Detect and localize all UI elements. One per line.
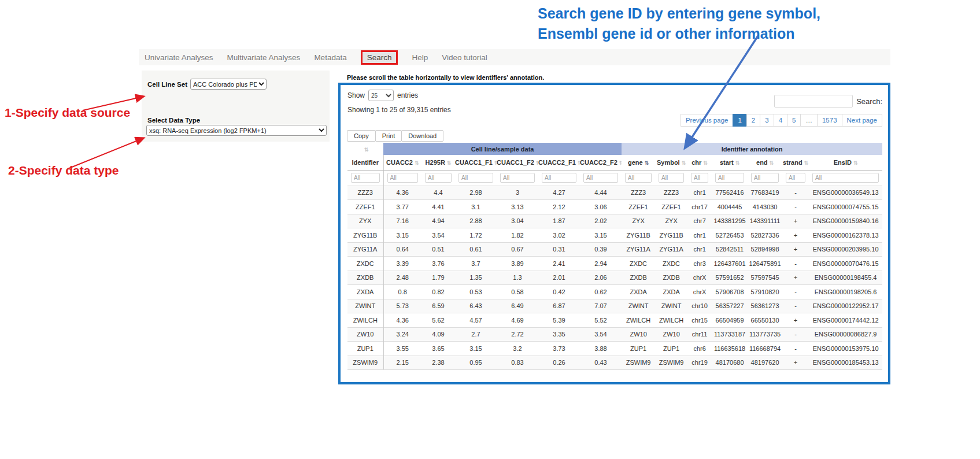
pagination: Previous page12345…1573Next page bbox=[681, 114, 882, 127]
column-header-cuacc2_f1[interactable]: CUACC2_F1⇅ bbox=[538, 155, 580, 170]
column-header-cuacc2_f2[interactable]: CUACC2_F2⇅ bbox=[580, 155, 622, 170]
search-label: Search: bbox=[856, 97, 882, 106]
search-input[interactable] bbox=[774, 95, 853, 108]
column-header-gene[interactable]: gene⇅ bbox=[622, 155, 655, 170]
page-button-1573[interactable]: 1573 bbox=[817, 114, 842, 127]
cell-end: 126475891 bbox=[748, 257, 782, 271]
column-header-cuacc1_f1[interactable]: CUACC1_F1⇅ bbox=[455, 155, 497, 170]
filter-input-chr[interactable] bbox=[691, 173, 708, 183]
filter-input-cuacc2_f2[interactable] bbox=[583, 173, 618, 183]
filter-input-end[interactable] bbox=[751, 173, 779, 183]
cell-identifier: ZWILCH bbox=[347, 313, 383, 328]
cell-cuacc1_f1: 3.1 bbox=[455, 200, 497, 214]
cell-line-set-select[interactable]: ACC Colorado plus PDX bbox=[190, 79, 267, 90]
nav-tab-multivariate-analyses[interactable]: Multivariate Analyses bbox=[227, 53, 301, 62]
filter-input-strand[interactable] bbox=[786, 173, 805, 183]
sort-icon: ⇅ bbox=[703, 160, 708, 166]
column-header-chr[interactable]: chr⇅ bbox=[687, 155, 712, 170]
print-button[interactable]: Print bbox=[375, 130, 402, 142]
filter-input-identifier[interactable] bbox=[351, 173, 380, 183]
cell-gene: ZSWIM9 bbox=[622, 356, 655, 370]
nav-tab-univariate-analyses[interactable]: Univariate Analyses bbox=[145, 53, 213, 62]
cell-cuacc1_f2: 6.49 bbox=[497, 299, 538, 313]
column-header-identifier[interactable]: Identifier bbox=[347, 155, 383, 170]
column-header-cuacc1_f2[interactable]: CUACC1_F2⇅ bbox=[497, 155, 538, 170]
cell-end: 143391111 bbox=[748, 214, 782, 228]
show-label: Show bbox=[347, 91, 365, 99]
filter-input-h295r[interactable] bbox=[425, 173, 452, 183]
page-button-4[interactable]: 4 bbox=[774, 114, 787, 127]
cell-symbol: ZUP1 bbox=[655, 342, 687, 356]
filter-input-cuacc1_f1[interactable] bbox=[458, 173, 493, 183]
nav-tab-video-tutorial[interactable]: Video tutorial bbox=[442, 53, 487, 62]
cell-chr: chr3 bbox=[687, 257, 712, 271]
data-type-label: Select Data Type bbox=[147, 117, 200, 124]
cell-cuacc1_f2: 1.3 bbox=[497, 271, 538, 285]
cell-cuacc2: 4.36 bbox=[383, 313, 421, 328]
table-row: ZUP13.553.653.153.23.733.88ZUP1ZUP1chr61… bbox=[347, 342, 882, 356]
nav-tab-help[interactable]: Help bbox=[412, 53, 428, 62]
sort-icon: ⇅ bbox=[364, 147, 369, 153]
download-button[interactable]: Download bbox=[401, 130, 443, 142]
cell-cuacc2_f2: 2.94 bbox=[580, 257, 622, 271]
cell-chr: chr1 bbox=[687, 228, 712, 243]
cell-cuacc2_f1: 6.87 bbox=[538, 299, 580, 313]
table-row: ZYG11A0.640.510.610.670.310.39ZYG11AZYG1… bbox=[347, 242, 882, 257]
cell-h295r: 4.09 bbox=[421, 327, 455, 342]
column-header-strand[interactable]: strand⇅ bbox=[782, 155, 809, 170]
table-body: ZZZ34.364.42.9834.274.44ZZZ3ZZZ3chr17756… bbox=[347, 186, 882, 370]
column-label: gene bbox=[628, 159, 643, 166]
cell-chr: chr15 bbox=[687, 313, 712, 328]
cell-symbol: ZXDA bbox=[655, 285, 687, 299]
column-header-start[interactable]: start⇅ bbox=[712, 155, 748, 170]
cell-ensid: ENSG00000070476.15 bbox=[809, 257, 882, 271]
column-label: Identifier bbox=[352, 159, 379, 166]
column-header-symbol[interactable]: Symbol⇅ bbox=[655, 155, 687, 170]
filter-input-gene[interactable] bbox=[625, 173, 652, 183]
column-header-cuacc2[interactable]: CUACC2⇅ bbox=[383, 155, 421, 170]
cell-identifier: ZYX bbox=[347, 214, 383, 228]
cell-ensid: ENSG00000153975.10 bbox=[809, 342, 882, 356]
cell-cuacc2_f1: 0.42 bbox=[538, 285, 580, 299]
cell-strand: + bbox=[782, 356, 809, 370]
cell-cuacc2_f1: 2.01 bbox=[538, 271, 580, 285]
page-button-2[interactable]: 2 bbox=[746, 114, 760, 127]
column-header-end[interactable]: end⇅ bbox=[748, 155, 782, 170]
nav-tab-metadata[interactable]: Metadata bbox=[314, 53, 346, 62]
column-header-h295r[interactable]: H295R⇅ bbox=[421, 155, 455, 170]
nav-tab-search[interactable]: Search bbox=[361, 50, 398, 65]
filter-input-ensid[interactable] bbox=[812, 173, 879, 183]
page-button-1[interactable]: 1 bbox=[733, 114, 746, 127]
filter-input-cuacc2_f1[interactable] bbox=[542, 173, 576, 183]
blue-annotation-line1: Search gene ID by entering gene symbol, bbox=[538, 3, 908, 24]
cell-end: 57910820 bbox=[748, 285, 782, 299]
copy-button[interactable]: Copy bbox=[347, 130, 376, 142]
cell-symbol: ZW10 bbox=[655, 327, 687, 342]
sort-icon: ⇅ bbox=[682, 160, 686, 166]
previous-page-button[interactable]: Previous page bbox=[681, 114, 734, 127]
cell-strand: + bbox=[782, 271, 809, 285]
identifier-sorter-cell[interactable]: ⇅ bbox=[347, 143, 383, 155]
page-length-select[interactable]: 25 bbox=[368, 90, 394, 101]
cell-cuacc2_f1: 4.27 bbox=[538, 186, 580, 200]
column-label: CUACC2_F2 bbox=[580, 159, 617, 166]
cell-cuacc1_f1: 1.72 bbox=[455, 228, 497, 243]
page-button-5[interactable]: 5 bbox=[787, 114, 801, 127]
cell-ensid: ENSG00000162378.13 bbox=[809, 228, 882, 243]
data-type-select[interactable]: xsq: RNA-seq Expression (log2 FPKM+1) bbox=[146, 125, 327, 136]
cell-identifier: ZXDB bbox=[347, 271, 383, 285]
filter-input-start[interactable] bbox=[715, 173, 744, 183]
cell-strand: + bbox=[782, 214, 809, 228]
filter-cell-gene bbox=[622, 170, 655, 186]
next-page-button[interactable]: Next page bbox=[842, 114, 882, 127]
cell-h295r: 4.4 bbox=[421, 186, 455, 200]
sort-icon: ⇅ bbox=[735, 160, 740, 166]
cell-identifier: ZW10 bbox=[347, 327, 383, 342]
filter-input-symbol[interactable] bbox=[659, 173, 684, 183]
page-button-3[interactable]: 3 bbox=[760, 114, 774, 127]
filter-input-cuacc2[interactable] bbox=[387, 173, 419, 183]
filter-input-cuacc1_f2[interactable] bbox=[500, 173, 535, 183]
cell-cuacc2: 3.15 bbox=[383, 228, 421, 243]
column-header-ensid[interactable]: EnsID⇅ bbox=[809, 155, 882, 170]
cell-cuacc2_f2: 2.06 bbox=[580, 271, 622, 285]
